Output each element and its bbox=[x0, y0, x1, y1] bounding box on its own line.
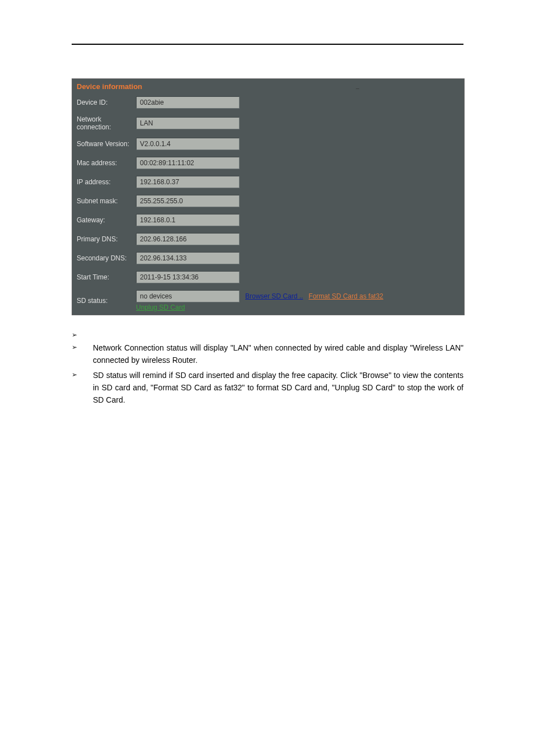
value-mac-address: 00:02:89:11:11:02 bbox=[136, 157, 240, 169]
label-gateway: Gateway: bbox=[77, 216, 136, 224]
value-subnet-mask: 255.255.255.0 bbox=[136, 195, 240, 207]
value-ip-address: 192.168.0.37 bbox=[136, 176, 240, 188]
row-gateway: Gateway: 192.168.0.1 bbox=[72, 211, 464, 230]
link-format-sd-card[interactable]: Format SD Card as fat32 bbox=[308, 292, 383, 300]
panel-title: Device information bbox=[72, 79, 464, 93]
header-dash: _ bbox=[356, 83, 359, 89]
row-start-time: Start Time: 2011-9-15 13:34:36 bbox=[72, 268, 464, 287]
bullet-text-2: Network Connection status will display "… bbox=[93, 342, 463, 366]
label-mac-address: Mac address: bbox=[77, 159, 136, 167]
value-network-connection: LAN bbox=[136, 117, 240, 129]
value-secondary-dns: 202.96.134.133 bbox=[136, 252, 240, 264]
value-start-time: 2011-9-15 13:34:36 bbox=[136, 271, 240, 283]
bullet-mark-icon: ➢ bbox=[72, 342, 93, 351]
value-primary-dns: 202.96.128.166 bbox=[136, 233, 240, 245]
row-primary-dns: Primary DNS: 202.96.128.166 bbox=[72, 230, 464, 249]
row-subnet-mask: Subnet mask: 255.255.255.0 bbox=[72, 192, 464, 211]
row-software-version: Software Version: V2.0.0.1.4 bbox=[72, 134, 464, 153]
value-device-id: 002abie bbox=[136, 96, 240, 109]
bullet-text-3: SD status will remind if SD card inserte… bbox=[93, 370, 463, 406]
device-info-panel: Device information Device ID: 002abie Ne… bbox=[72, 78, 465, 315]
label-subnet-mask: Subnet mask: bbox=[77, 197, 136, 205]
label-secondary-dns: Secondary DNS: bbox=[77, 254, 136, 262]
bullet-item-1: ➢ bbox=[72, 330, 463, 339]
row-network-connection: Network connection: LAN bbox=[72, 112, 464, 134]
row-device-id: Device ID: 002abie bbox=[72, 93, 464, 112]
label-device-id: Device ID: bbox=[77, 99, 136, 106]
row-ip-address: IP address: 192.168.0.37 bbox=[72, 172, 464, 192]
value-gateway: 192.168.0.1 bbox=[136, 214, 240, 226]
value-sd-status: no devices bbox=[136, 290, 240, 302]
value-software-version: V2.0.0.1.4 bbox=[136, 138, 240, 150]
label-network-connection: Network connection: bbox=[77, 115, 136, 131]
bullet-item-2: ➢ Network Connection status will display… bbox=[72, 342, 463, 366]
label-software-version: Software Version: bbox=[77, 140, 136, 148]
link-unplug-sd-card[interactable]: Unplug SD Card bbox=[136, 304, 383, 311]
bullet-list: ➢ ➢ Network Connection status will displ… bbox=[72, 330, 463, 406]
row-secondary-dns: Secondary DNS: 202.96.134.133 bbox=[72, 249, 464, 268]
bullet-mark-icon: ➢ bbox=[72, 370, 93, 379]
header-rule bbox=[72, 44, 463, 45]
label-start-time: Start Time: bbox=[77, 273, 136, 281]
row-sd-status: SD status: no devices Browser SD Card ..… bbox=[72, 287, 464, 315]
row-mac-address: Mac address: 00:02:89:11:11:02 bbox=[72, 153, 464, 172]
bullet-mark-icon: ➢ bbox=[72, 330, 93, 339]
label-sd-status: SD status: bbox=[77, 297, 136, 305]
link-browse-sd-card[interactable]: Browser SD Card .. bbox=[245, 292, 303, 300]
label-ip-address: IP address: bbox=[77, 178, 136, 186]
label-primary-dns: Primary DNS: bbox=[77, 235, 136, 243]
bullet-item-3: ➢ SD status will remind if SD card inser… bbox=[72, 370, 463, 406]
